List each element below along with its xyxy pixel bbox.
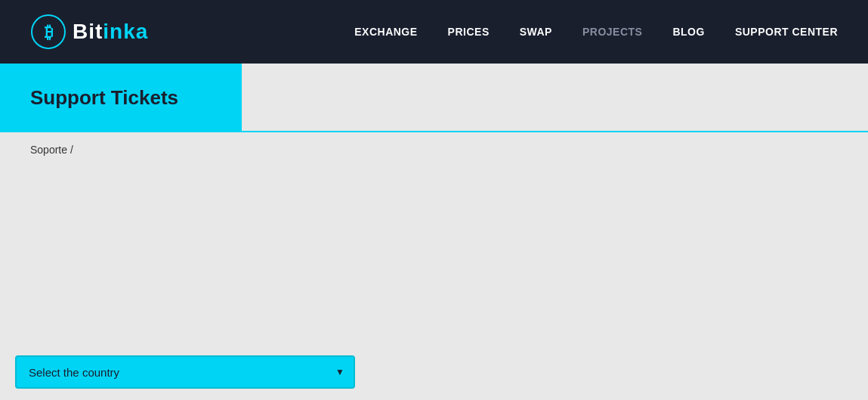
header-line (242, 131, 868, 132)
logo-inka: inka (103, 20, 148, 43)
svg-text:₿: ₿ (45, 23, 53, 42)
logo-link[interactable]: ₿ Bitinka (30, 14, 148, 50)
logo-bit: Bit (73, 20, 103, 43)
nav-link-swap[interactable]: SWAP (520, 26, 552, 38)
nav-link-support-center[interactable]: SUPPORT CENTER (735, 26, 838, 38)
country-select[interactable]: Select the country (15, 355, 355, 389)
logo-text: Bitinka (73, 20, 148, 44)
page-header: Support Tickets (0, 64, 868, 132)
nav-item-projects: PROJECTS (582, 25, 642, 39)
nav-item-prices: PRICES (448, 25, 490, 39)
navbar: ₿ Bitinka EXCHANGE PRICES SWAP PROJECTS … (0, 0, 868, 64)
breadcrumb-parent-link[interactable]: Soporte (30, 144, 67, 156)
nav-item-support-center: SUPPORT CENTER (735, 25, 838, 39)
page-title-box: Support Tickets (0, 64, 242, 132)
nav-links: EXCHANGE PRICES SWAP PROJECTS BLOG SUPPO… (354, 25, 838, 39)
nav-link-exchange[interactable]: EXCHANGE (354, 26, 417, 38)
breadcrumb-separator: / (70, 144, 73, 156)
logo-icon: ₿ (30, 14, 66, 50)
nav-item-swap: SWAP (520, 25, 552, 39)
nav-item-blog: BLOG (672, 25, 704, 39)
page-title: Support Tickets (30, 86, 212, 110)
nav-link-blog[interactable]: BLOG (672, 26, 704, 38)
nav-item-exchange: EXCHANGE (354, 25, 417, 39)
country-select-container: Select the country ▼ (15, 355, 355, 389)
nav-link-prices[interactable]: PRICES (448, 26, 490, 38)
main-content: Support Tickets Soporte / Select the cou… (0, 64, 868, 400)
nav-link-projects[interactable]: PROJECTS (582, 26, 642, 38)
country-select-wrapper: Select the country ▼ (15, 355, 355, 389)
breadcrumb: Soporte / (0, 132, 868, 167)
